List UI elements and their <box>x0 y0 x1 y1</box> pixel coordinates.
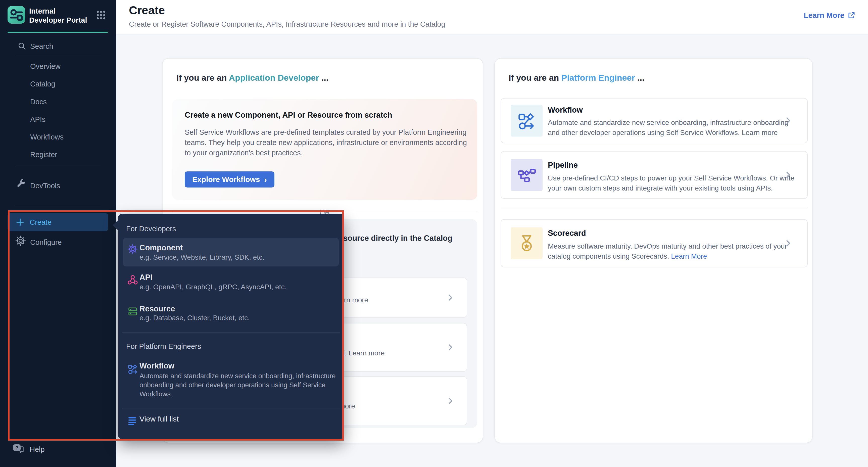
svg-text:?: ? <box>15 445 18 450</box>
chevron-right-icon <box>446 293 455 302</box>
create-popup-menu: For Developers Component e.g. Service, W… <box>118 214 344 439</box>
pipeline-row-desc: Use pre-defined CI/CD steps to power up … <box>548 173 799 193</box>
sidebar-item-search[interactable]: Search <box>30 42 53 51</box>
chevron-right-icon <box>446 343 455 352</box>
menu-item-resource-subtitle: e.g. Database, Cluster, Bucket, etc. <box>140 314 250 322</box>
gear-icon <box>15 235 26 246</box>
sidebar-item-configure[interactable]: Configure <box>30 238 62 247</box>
learn-more-link[interactable]: Learn More <box>804 11 856 20</box>
scratch-body: Self Service Workflows are pre-defined t… <box>185 127 467 158</box>
chevron-right-icon: › <box>264 175 267 184</box>
scorecard-learn-more-link[interactable]: Learn More <box>671 252 707 260</box>
pipeline-row[interactable]: Pipeline Use pre-defined CI/CD steps to … <box>501 151 808 199</box>
view-full-list-link[interactable]: View full list <box>140 415 179 423</box>
list-icon <box>127 416 137 425</box>
workflow-icon-tile <box>510 105 542 137</box>
menu-item-component-title[interactable]: Component <box>140 243 183 252</box>
platform-engineer-card: If you are an Platform Engineer ... Work… <box>494 58 813 443</box>
sidebar-item-workflows[interactable]: Workflows <box>30 133 64 141</box>
row-divider <box>501 209 808 209</box>
menu-item-workflow-desc: Automate and standardize new service onb… <box>140 372 342 399</box>
pe-card-title-prefix: If you are an <box>509 73 561 83</box>
help-chat-icon: ? <box>12 443 25 456</box>
page-header: Create Create or Register Software Compo… <box>116 0 868 34</box>
workflow-icon <box>517 111 536 130</box>
menu-item-resource-title[interactable]: Resource <box>140 304 175 313</box>
sidebar: Internal Developer Portal Search Overvie… <box>0 0 116 467</box>
menu-item-workflow-title[interactable]: Workflow <box>140 362 175 371</box>
sidebar-item-apis[interactable]: APIs <box>30 115 45 124</box>
scorecard-row[interactable]: Scorecard Measure software maturity. Dev… <box>501 219 808 268</box>
menu-item-component-subtitle: e.g. Service, Website, Library, SDK, etc… <box>140 253 265 261</box>
chevron-right-icon <box>446 397 455 405</box>
help-label: Help <box>30 445 45 454</box>
sliders-logo-icon <box>7 6 25 24</box>
api-webhook-icon <box>127 275 138 285</box>
chevron-right-icon <box>783 170 793 180</box>
menu-divider <box>122 408 340 408</box>
scorecard-row-title: Scorecard <box>548 229 586 238</box>
search-icon <box>18 42 27 51</box>
scratch-heading: Create a new Component, API or Resource … <box>185 111 392 120</box>
scorecard-medal-icon <box>517 234 536 253</box>
pe-card-title-suffix: ... <box>635 73 645 83</box>
scorecard-row-desc: Measure software maturity. DevOps maturi… <box>548 241 799 261</box>
pe-card-title-accent: Platform Engineer <box>561 73 635 83</box>
divider-line <box>172 213 314 213</box>
sidebar-item-create-label: Create <box>30 218 52 226</box>
scorecard-desc-text: Measure software maturity. DevOps maturi… <box>548 242 787 260</box>
divider <box>16 166 100 166</box>
page-title: Create <box>129 3 165 17</box>
sidebar-item-help[interactable]: ? Help <box>12 443 45 456</box>
menu-item-api-title[interactable]: API <box>140 273 153 282</box>
divider <box>16 55 100 55</box>
apps-grid-icon[interactable] <box>96 10 106 20</box>
dev-card-title-suffix: ... <box>319 73 329 83</box>
resource-servers-icon <box>127 306 138 317</box>
component-gear-icon <box>127 244 138 254</box>
active-section-indicator <box>7 32 108 33</box>
pipeline-icon-tile <box>510 159 542 191</box>
explore-workflows-button[interactable]: Explore Workflows › <box>185 172 274 187</box>
sidebar-item-devtools[interactable]: DevTools <box>30 182 60 190</box>
workflow-row-title: Workflow <box>548 105 583 115</box>
dev-card-title-prefix: If you are an <box>177 73 229 83</box>
external-link-icon <box>847 11 856 19</box>
sidebar-item-create[interactable]: Create <box>7 213 108 231</box>
chevron-right-icon <box>783 239 793 248</box>
dev-card-title: If you are an Application Developer ... <box>177 73 329 83</box>
menu-section-developers: For Developers <box>126 225 176 233</box>
dev-card-title-accent: Application Developer <box>229 73 319 83</box>
sidebar-item-catalog[interactable]: Catalog <box>30 80 55 88</box>
workflow-row[interactable]: Workflow Automate and standardize new se… <box>501 98 808 143</box>
menu-item-api-subtitle: e.g. OpenAPI, GraphQL, gRPC, AsyncAPI, e… <box>140 283 286 291</box>
sidebar-item-register[interactable]: Register <box>30 151 57 159</box>
create-from-scratch-panel: Create a new Component, API or Resource … <box>172 99 477 200</box>
pipeline-row-title: Pipeline <box>548 161 578 170</box>
workflow-icon <box>127 364 138 374</box>
app-logo <box>7 6 25 24</box>
app-title: Internal Developer Portal <box>29 6 92 25</box>
sidebar-item-overview[interactable]: Overview <box>30 62 61 71</box>
register-row-text: d. Learn more <box>341 349 384 357</box>
menu-divider <box>122 332 340 333</box>
sidebar-item-docs[interactable]: Docs <box>30 98 47 106</box>
plus-icon <box>16 218 25 227</box>
pe-card-title: If you are an Platform Engineer ... <box>509 73 644 83</box>
pipeline-icon <box>517 165 536 185</box>
workflow-row-desc: Automate and standardize new service onb… <box>548 118 799 138</box>
wrench-icon <box>17 179 26 188</box>
chevron-right-icon <box>783 116 793 125</box>
learn-more-label: Learn More <box>804 11 844 20</box>
scorecard-icon-tile <box>510 227 542 259</box>
divider-line <box>336 213 477 213</box>
menu-section-platform: For Platform Engineers <box>126 342 201 351</box>
popup-pointer-arrow <box>113 220 118 230</box>
page-subtitle: Create or Register Software Components, … <box>129 20 445 28</box>
explore-workflows-label: Explore Workflows <box>192 175 260 184</box>
